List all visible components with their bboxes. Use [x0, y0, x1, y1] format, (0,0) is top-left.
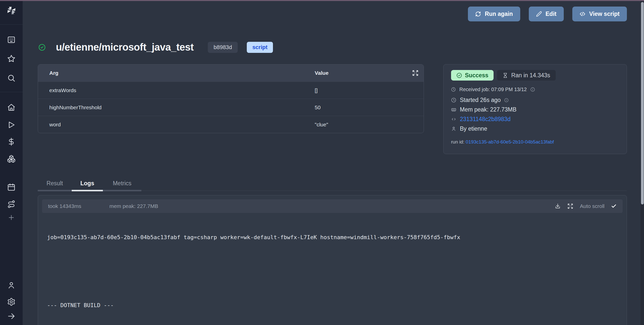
- args-table: Arg Value extraWords [] highNumberThresh…: [38, 64, 424, 133]
- run-again-button[interactable]: Run again: [468, 7, 520, 21]
- tab-metrics[interactable]: Metrics: [103, 177, 141, 191]
- sidebar-item-workspace[interactable]: [6, 34, 17, 46]
- table-row: highNumberThreshold 50: [38, 99, 424, 116]
- arg-value: []: [315, 87, 424, 93]
- run-id-row: run id: 0193c135-ab7d-60e5-2b10-04b5ac13…: [451, 139, 619, 145]
- value-column-header: Value: [315, 70, 424, 76]
- expand-icon[interactable]: [412, 70, 419, 76]
- memory-icon: [451, 107, 456, 112]
- sidebar-item-add[interactable]: [6, 212, 17, 223]
- sidebar-item-settings[interactable]: [6, 296, 17, 308]
- sidebar-item-routes[interactable]: [6, 198, 17, 210]
- sidebar-divider: [0, 24, 23, 25]
- scrollbar-thumb[interactable]: [641, 2, 644, 204]
- info-icon: [504, 98, 509, 102]
- sidebar: [0, 0, 23, 325]
- expand-icon[interactable]: [567, 203, 573, 209]
- started-label: Started 26s ago: [460, 97, 501, 103]
- pencil-icon: [536, 11, 542, 17]
- run-again-label: Run again: [485, 11, 513, 17]
- view-script-label: View script: [589, 11, 620, 17]
- check-icon[interactable]: [611, 203, 617, 209]
- success-check-icon: [38, 44, 46, 51]
- sidebar-item-resources[interactable]: [6, 153, 17, 165]
- sidebar-item-search[interactable]: [6, 72, 17, 84]
- gear-icon: [7, 298, 16, 306]
- calendar-icon: [7, 183, 16, 192]
- log-output[interactable]: job=0193c135-ab7d-60e5-2b10-04b5ac13fabf…: [38, 213, 627, 325]
- sidebar-item-schedules[interactable]: [6, 182, 17, 193]
- mem-peak-small-label: mem peak: 227.7MB: [109, 203, 158, 209]
- search-icon: [7, 74, 16, 82]
- info-icon: [530, 87, 535, 92]
- arg-name: highNumberThreshold: [38, 104, 315, 111]
- arg-name: word: [38, 122, 315, 128]
- mem-peak-row: Mem peak: 227.73MB: [451, 106, 619, 113]
- tab-logs[interactable]: Logs: [72, 177, 103, 191]
- run-info-card: Success Ran in 14.343s Received job: 07:…: [443, 64, 627, 154]
- plus-icon: [8, 214, 15, 221]
- action-buttons: Run again Edit View script: [468, 7, 627, 21]
- hash-badge: b8983d: [208, 42, 238, 53]
- play-icon: [7, 121, 16, 129]
- sidebar-item-expand[interactable]: [6, 310, 17, 322]
- kind-badge[interactable]: script: [247, 42, 273, 53]
- windmill-logo[interactable]: [6, 5, 17, 16]
- dollar-icon: [7, 137, 16, 146]
- arrow-right-icon: [7, 312, 16, 320]
- edit-label: Edit: [546, 11, 556, 17]
- sidebar-item-account[interactable]: [6, 279, 17, 291]
- arg-column-header: Arg: [38, 70, 315, 76]
- table-row: word "clue": [38, 116, 424, 133]
- code-icon: [451, 117, 456, 122]
- run-id-label: run id:: [451, 139, 464, 145]
- received-label: Received job: 07:09 PM 13/12: [459, 87, 527, 92]
- scrollbar-track[interactable]: [640, 1, 644, 325]
- star-icon: [7, 54, 16, 63]
- title-row: u/etienne/microsoft_java_test b8983d scr…: [38, 42, 273, 53]
- log-line: [47, 256, 627, 264]
- duration-label: Ran in 14.343s: [511, 72, 550, 79]
- auto-scroll-label: Auto scroll: [580, 203, 605, 209]
- edit-button[interactable]: Edit: [529, 7, 564, 21]
- sidebar-item-favorites[interactable]: [6, 53, 17, 64]
- log-panel-header: took 14343ms mem peak: 227.7MB Auto scro…: [42, 199, 623, 213]
- arg-value: "clue": [315, 122, 424, 128]
- view-script-button[interactable]: View script: [572, 7, 627, 21]
- sidebar-item-variables[interactable]: [6, 136, 17, 148]
- run-id-link[interactable]: 0193c135-ab7d-60e5-2b10-04b5ac13fabf: [466, 139, 554, 145]
- tab-result[interactable]: Result: [38, 177, 72, 191]
- top-accent-line: [0, 0, 644, 1]
- tabs-baseline: [141, 177, 627, 191]
- started-row: Started 26s ago: [451, 97, 619, 103]
- arg-name: extraWords: [38, 87, 315, 93]
- log-line: [47, 279, 627, 286]
- success-check-icon: [456, 73, 462, 78]
- script-hash-row: 23131148c2b8983d: [451, 116, 619, 123]
- user-icon: [7, 281, 16, 290]
- sidebar-item-home[interactable]: [6, 102, 17, 113]
- status-label: Success: [465, 72, 488, 79]
- workspace-icon: [7, 35, 16, 44]
- clock-icon: [451, 87, 456, 92]
- duration-chip: Ran in 14.343s: [497, 70, 556, 81]
- received-row: Received job: 07:09 PM 13/12: [451, 87, 619, 92]
- user-icon: [451, 126, 456, 131]
- clock-icon: [451, 97, 456, 103]
- status-badge: Success: [451, 70, 494, 81]
- took-label: took 14343ms: [48, 203, 81, 209]
- author-label: By etienne: [460, 125, 487, 132]
- table-row: extraWords []: [38, 82, 424, 99]
- download-icon[interactable]: [555, 203, 561, 209]
- sidebar-item-runs[interactable]: [6, 119, 17, 131]
- result-tabs: Result Logs Metrics: [38, 177, 627, 191]
- args-table-header: Arg Value: [38, 64, 424, 82]
- script-hash-link[interactable]: 23131148c2b8983d: [460, 116, 511, 123]
- route-icon: [7, 200, 16, 208]
- refresh-icon: [475, 11, 481, 17]
- hourglass-icon: [503, 73, 508, 78]
- log-line: --- DOTNET BUILD ---: [47, 302, 627, 309]
- sidebar-divider: [0, 92, 23, 92]
- arg-value: 50: [315, 104, 424, 111]
- mem-peak-label: Mem peak: 227.73MB: [460, 106, 516, 113]
